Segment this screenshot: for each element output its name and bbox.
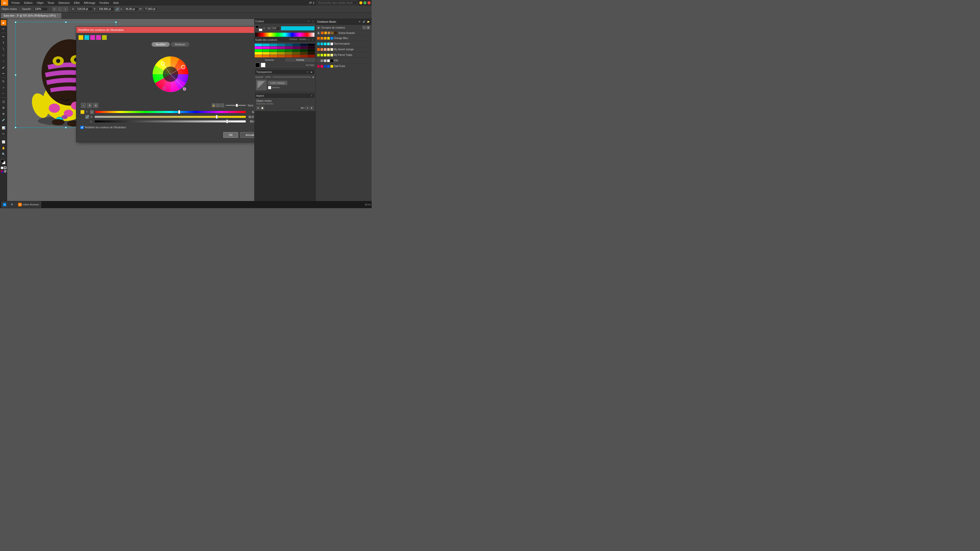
tool-select[interactable]: ▶ <box>1 20 6 25</box>
tool-zoom[interactable]: 🔍 <box>1 151 6 157</box>
tool-eyedropper[interactable]: 💉 <box>1 117 6 123</box>
guide-swatch[interactable] <box>270 52 277 55</box>
dialog-title-bar[interactable]: Redéfinir les couleurs de l'illustration <box>76 27 254 33</box>
add-color-btn[interactable]: + <box>216 103 220 107</box>
tool-shape-builder[interactable]: ⊕ <box>1 111 6 117</box>
tool-artboard[interactable]: ⬜ <box>1 139 6 144</box>
wheel-grid-btn[interactable]: ⊞ <box>93 103 98 108</box>
menu-affichage[interactable]: Affichage <box>82 1 97 5</box>
guide-swatch[interactable] <box>300 44 307 46</box>
aspect-settings-icon[interactable]: ⚙ <box>305 106 309 110</box>
guide-swatch[interactable] <box>270 46 277 49</box>
taskbar-illustrator[interactable]: Ai Adobe Illustrator <box>16 202 41 208</box>
guide-swatch[interactable] <box>277 46 285 49</box>
aspect-tool-1[interactable]: ⊞ <box>256 106 260 110</box>
guide-swatch[interactable] <box>277 52 285 55</box>
tool-pencil[interactable]: ✏ <box>1 71 6 76</box>
link-icon[interactable]: 🔗 <box>115 7 120 11</box>
guide-swatch[interactable] <box>307 44 315 46</box>
ok-button[interactable]: OK <box>223 132 238 138</box>
t-slider-thumb[interactable] <box>178 110 180 114</box>
guide-swatch[interactable] <box>307 49 315 52</box>
guide-swatch[interactable] <box>262 44 270 46</box>
fg-swatch[interactable] <box>255 25 259 28</box>
transparency-expand-icon[interactable]: ▶ <box>310 70 313 74</box>
opacite-input[interactable] <box>34 7 48 11</box>
rotate-icon[interactable]: ↺ <box>52 7 57 11</box>
tool-graph[interactable]: 📊 <box>1 125 6 130</box>
hex-input[interactable] <box>266 27 280 30</box>
guide-close-icon[interactable]: × <box>311 38 314 41</box>
l-slider-thumb[interactable] <box>226 120 228 123</box>
group-fin[interactable]: FIN <box>316 58 372 64</box>
guide-swatch[interactable] <box>300 46 307 49</box>
inverse-checkbox[interactable] <box>268 86 271 89</box>
tool-type[interactable]: T <box>1 40 6 46</box>
annuler-button[interactable]: Annuler <box>240 132 254 138</box>
tool-direct-select[interactable]: ↖ <box>1 26 6 32</box>
brightness-slider[interactable] <box>226 105 246 106</box>
guide-swatch[interactable] <box>255 55 262 57</box>
transform-icon[interactable]: ⬚ <box>58 7 62 11</box>
guide-swatch[interactable] <box>307 46 315 49</box>
s-slider-track[interactable] <box>95 116 246 118</box>
guide-swatch[interactable] <box>270 55 277 57</box>
taskbar-search[interactable]: 🔍 <box>9 202 16 208</box>
swatch-olive[interactable] <box>102 35 107 40</box>
group-orange-bleu[interactable]: Orange Bleu <box>316 35 372 41</box>
align-icon[interactable]: ≡ <box>63 7 68 11</box>
group-parrot-tulips[interactable]: My Parrot Tulips <box>316 52 372 58</box>
guide-swatch[interactable] <box>270 44 277 46</box>
groups-expand-icon[interactable]: ▶ <box>317 26 320 29</box>
wheel-gear-btn[interactable]: ⚙ <box>87 103 92 108</box>
guide-swatch[interactable] <box>255 44 262 46</box>
redefine-colors-dialog[interactable]: Redéfinir les couleurs de l'illustration… <box>76 27 254 142</box>
tool-gradient[interactable]: ◫ <box>1 99 6 104</box>
group-daft-punk[interactable]: Daft Punk <box>316 64 372 69</box>
h-input[interactable] <box>143 7 158 11</box>
bg-swatch[interactable] <box>259 29 262 31</box>
guide-swatch[interactable] <box>277 44 285 46</box>
group-test-formation[interactable]: Test formation <box>316 41 372 47</box>
guide-swatch[interactable] <box>293 44 300 46</box>
wheel-circle-btn[interactable]: ○ <box>81 103 86 108</box>
guide-swatch[interactable] <box>277 49 285 52</box>
stroke-square[interactable] <box>4 167 6 169</box>
tool-scale[interactable]: ⤢ <box>1 85 6 90</box>
guide-swatch[interactable] <box>255 52 262 55</box>
minimize-button[interactable] <box>360 1 363 4</box>
guide-swatch[interactable] <box>262 46 270 49</box>
tool-pen[interactable]: ✒ <box>1 34 6 40</box>
l-slider-track[interactable] <box>95 121 246 122</box>
menu-selection[interactable]: Sélection <box>56 1 72 5</box>
tab-close-button[interactable]: × <box>57 14 59 17</box>
close-button[interactable] <box>368 1 371 4</box>
swatch-yellow[interactable] <box>78 35 83 40</box>
guide-menu-icon[interactable]: ≡ <box>307 38 310 41</box>
tool-brush[interactable]: 🖌 <box>1 65 6 70</box>
gradient-square[interactable] <box>1 170 3 173</box>
white-swatch[interactable] <box>261 63 266 67</box>
color-wheel[interactable] <box>145 49 196 100</box>
add-group-icon[interactable]: + <box>363 26 366 29</box>
maximize-button[interactable] <box>363 1 366 4</box>
tool-mesh[interactable]: ⊞ <box>1 105 6 110</box>
guide-swatch[interactable] <box>293 52 300 55</box>
guide-swatch[interactable] <box>255 46 262 49</box>
guide-swatch[interactable] <box>307 52 315 55</box>
nuancier-tab[interactable]: Nuancier <box>254 58 285 62</box>
fill-square[interactable] <box>1 167 3 169</box>
menu-aide[interactable]: Aide <box>111 1 121 5</box>
tool-rect[interactable]: □ <box>1 52 6 58</box>
aspect-delete-icon[interactable]: 🗑 <box>310 106 313 110</box>
swatch-cyan[interactable] <box>84 35 89 40</box>
brightness-thumb[interactable] <box>236 104 238 107</box>
guide-swatch[interactable] <box>285 52 293 55</box>
guide-swatch[interactable] <box>293 49 300 52</box>
tool-warp[interactable]: ~ <box>1 91 6 97</box>
canvas-area[interactable]: Redéfinir les couleurs de l'illustration… <box>7 19 254 208</box>
guide-swatch[interactable] <box>300 52 307 55</box>
aspect-tool-2[interactable]: 📋 <box>261 106 264 110</box>
stock-search-input[interactable] <box>317 1 357 5</box>
formes-tab[interactable]: Formes <box>285 58 316 62</box>
